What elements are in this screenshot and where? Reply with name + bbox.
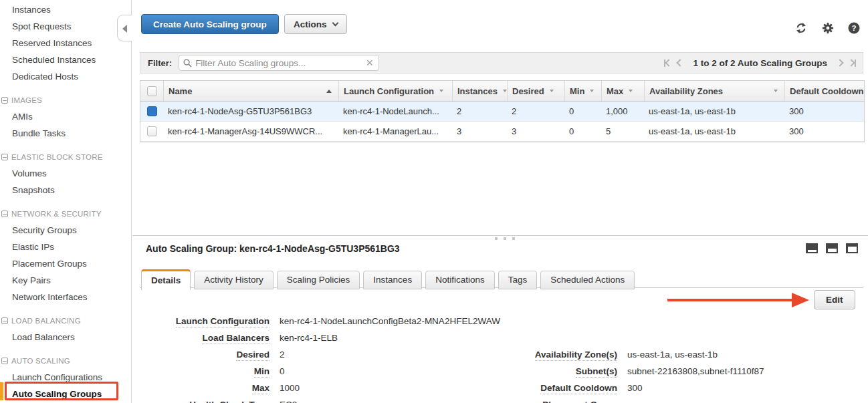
panel-divider xyxy=(132,235,868,236)
sidebar: Instances Spot Requests Reserved Instanc… xyxy=(0,0,132,403)
filter-input[interactable] xyxy=(195,58,364,68)
column-header-desired[interactable]: Desired xyxy=(507,81,564,101)
tab-scaling-policies[interactable]: Scaling Policies xyxy=(277,271,360,289)
row-checkbox-checked[interactable] xyxy=(147,106,157,116)
create-button-label: Create Auto Scaling group xyxy=(153,19,267,29)
collapse-left-arrow-icon xyxy=(122,25,127,33)
actions-button[interactable]: Actions xyxy=(284,14,347,34)
sidebar-item-snapshots[interactable]: Snapshots xyxy=(0,182,131,198)
cell-availability-zones: us-east-1a, us-east-1b xyxy=(644,122,784,141)
row-checkbox[interactable] xyxy=(147,126,157,136)
sidebar-item-network-interfaces[interactable]: Network Interfaces xyxy=(0,289,131,305)
pagination: 1 to 2 of 2 Auto Scaling Groups xyxy=(664,58,863,68)
field-label: Availability Zone(s) xyxy=(509,350,617,360)
sort-toggle-icon xyxy=(550,90,554,92)
pagination-next-button[interactable] xyxy=(836,59,843,66)
cell-min: 0 xyxy=(564,122,601,141)
tab-instances[interactable]: Instances xyxy=(363,271,422,289)
column-header-name[interactable]: Name xyxy=(163,81,338,101)
sidebar-section-label: IMAGES xyxy=(11,96,42,104)
sidebar-item-placement-groups[interactable]: Placement Groups xyxy=(0,255,131,272)
collapse-minus-icon[interactable] xyxy=(1,358,8,364)
column-header-availability-zones[interactable]: Availability Zones xyxy=(644,81,784,101)
gear-icon[interactable] xyxy=(822,22,834,34)
sort-ascending-icon xyxy=(326,90,332,93)
detail-fields-right: Availability Zone(s) us-east-1a, us-east… xyxy=(509,346,868,403)
field-value: 300 xyxy=(627,383,643,393)
filter-label: Filter: xyxy=(148,58,172,68)
panel-size-large-icon[interactable] xyxy=(846,243,858,253)
sidebar-item-volumes[interactable]: Volumes xyxy=(0,165,131,182)
detail-tabs: Details Activity History Scaling Policie… xyxy=(141,269,635,289)
help-icon[interactable]: ? xyxy=(848,22,860,34)
column-header-launch-configuration[interactable]: Launch Configuration xyxy=(338,81,452,101)
tab-notifications[interactable]: Notifications xyxy=(425,271,495,289)
sidebar-section-load-balancing[interactable]: LOAD BALANCING xyxy=(0,313,131,329)
cell-max: 1,000 xyxy=(601,102,644,121)
sidebar-section-elastic-block-store[interactable]: ELASTIC BLOCK STORE xyxy=(0,149,131,165)
field-label: Max xyxy=(141,383,269,393)
sidebar-item-elastic-ips[interactable]: Elastic IPs xyxy=(0,239,131,255)
sidebar-section-label: LOAD BALANCING xyxy=(11,317,81,325)
sidebar-item-scheduled-instances[interactable]: Scheduled Instances xyxy=(0,51,131,68)
sidebar-section-auto-scaling[interactable]: AUTO SCALING xyxy=(0,353,131,369)
cell-max: 5 xyxy=(601,122,644,141)
column-label: Availability Zones xyxy=(649,86,723,96)
sidebar-item-spot-requests[interactable]: Spot Requests xyxy=(0,18,131,35)
table-row[interactable]: ken-rc4-1-ManagerAsg-14US9WWCR... ken-rc… xyxy=(140,122,864,142)
table-header-row: Name Launch Configuration Instances Desi… xyxy=(140,81,864,102)
pagination-prev-button[interactable] xyxy=(677,59,684,66)
tab-tags[interactable]: Tags xyxy=(498,271,538,289)
field-value: 0 xyxy=(280,366,285,376)
search-box[interactable]: × xyxy=(179,55,379,71)
collapse-minus-icon[interactable] xyxy=(1,317,8,324)
cell-name: ken-rc4-1-NodeAsg-G5TU3P561BG3 xyxy=(163,102,338,121)
tab-details[interactable]: Details xyxy=(141,269,191,290)
create-auto-scaling-group-button[interactable]: Create Auto Scaling group xyxy=(141,14,279,34)
sidebar-item-reserved-instances[interactable]: Reserved Instances xyxy=(0,35,131,51)
collapse-minus-icon[interactable] xyxy=(1,154,8,160)
field-label: Default Cooldown xyxy=(509,383,617,393)
clear-filter-icon[interactable]: × xyxy=(365,57,375,69)
select-all-checkbox[interactable] xyxy=(140,81,163,101)
panel-size-medium-icon[interactable] xyxy=(826,243,838,253)
sidebar-section-label: NETWORK & SECURITY xyxy=(11,210,102,218)
sidebar-section-images[interactable]: IMAGES xyxy=(0,92,131,108)
edit-button[interactable]: Edit xyxy=(814,290,855,309)
annotation-red-box xyxy=(5,382,118,400)
search-icon xyxy=(183,59,192,68)
annotation-orange-bar xyxy=(0,382,3,400)
pagination-last-button[interactable] xyxy=(849,59,856,67)
field-value: subnet-22163808,subnet-f1110f87 xyxy=(627,366,764,376)
field-label: Launch Configuration xyxy=(141,316,269,326)
tab-scheduled-actions[interactable]: Scheduled Actions xyxy=(540,271,635,289)
field-value: ken-rc4-1-NodeLaunchConfigBeta2-MNA2HFEL… xyxy=(280,316,500,326)
column-header-instances[interactable]: Instances xyxy=(452,81,507,101)
sidebar-item-dedicated-hosts[interactable]: Dedicated Hosts xyxy=(0,68,131,85)
svg-text:?: ? xyxy=(851,24,856,32)
tab-activity-history[interactable]: Activity History xyxy=(194,271,274,289)
column-header-min[interactable]: Min xyxy=(564,81,601,101)
table-row[interactable]: ken-rc4-1-NodeAsg-G5TU3P561BG3 ken-rc4-1… xyxy=(140,102,864,122)
sidebar-item-key-pairs[interactable]: Key Pairs xyxy=(0,272,131,289)
field-label: Min xyxy=(141,366,269,376)
collapse-minus-icon[interactable] xyxy=(1,97,8,104)
sidebar-collapse-toggle[interactable] xyxy=(117,15,132,41)
column-header-default-cooldown[interactable]: Default Cooldown xyxy=(784,81,864,101)
sidebar-item-load-balancers[interactable]: Load Balancers xyxy=(0,329,131,346)
field-value: 2 xyxy=(280,350,285,360)
sidebar-item-instances[interactable]: Instances xyxy=(0,1,131,18)
panel-drag-handle[interactable] xyxy=(495,237,515,240)
sidebar-section-network-security[interactable]: NETWORK & SECURITY xyxy=(0,206,131,222)
sidebar-item-amis[interactable]: AMIs xyxy=(0,108,131,125)
pagination-first-button[interactable] xyxy=(664,59,671,67)
sidebar-item-bundle-tasks[interactable]: Bundle Tasks xyxy=(0,125,131,142)
refresh-icon[interactable] xyxy=(794,22,808,34)
column-label: Max xyxy=(607,86,623,96)
panel-size-small-icon[interactable] xyxy=(806,243,818,253)
cell-min: 0 xyxy=(564,102,601,121)
column-header-max[interactable]: Max xyxy=(601,81,644,101)
cell-default-cooldown: 300 xyxy=(784,102,864,121)
sidebar-item-security-groups[interactable]: Security Groups xyxy=(0,222,131,239)
collapse-minus-icon[interactable] xyxy=(1,211,8,217)
